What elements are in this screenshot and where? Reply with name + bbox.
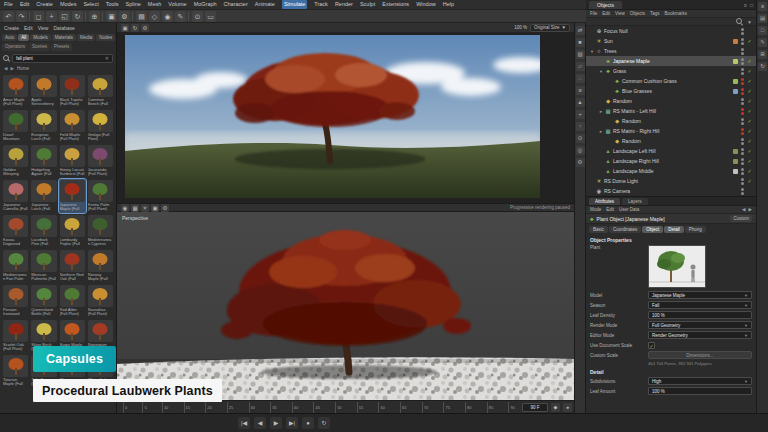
object-manager-menu-item[interactable]: Objects: [630, 11, 645, 16]
object-tree-row[interactable]: ► ▦ RS Matrix - Right Hill ✓: [586, 126, 756, 136]
polygon-mode-icon[interactable]: ▲: [576, 98, 585, 107]
asset-item[interactable]: Sassafras (Fall Plant): [87, 284, 114, 318]
enabled-check-icon[interactable]: ✓: [746, 148, 753, 154]
solo-mode-icon[interactable]: ◎: [576, 146, 585, 155]
editor-visibility-dot[interactable]: [741, 38, 744, 41]
asset-item[interactable]: Kousa Dogwood (Fall Plant): [2, 214, 29, 248]
menu-item[interactable]: Help: [443, 0, 454, 9]
editor-visibility-dot[interactable]: [741, 108, 744, 111]
render-visibility-dot[interactable]: [741, 122, 744, 125]
separator[interactable]: [85, 12, 87, 21]
object-tree-row[interactable]: ◆ Random ✓: [586, 116, 756, 126]
enabled-check-icon[interactable]: ✓: [746, 78, 753, 84]
asset-filter-tab[interactable]: Materials: [52, 34, 76, 41]
breadcrumb[interactable]: Home: [17, 66, 29, 71]
model-dropdown[interactable]: Japanese Maple ▼: [648, 291, 752, 299]
render-visibility-dot[interactable]: [741, 182, 744, 185]
visibility-dots[interactable]: [741, 48, 744, 55]
menu-item[interactable]: Edit: [20, 0, 29, 9]
asset-item[interactable]: Red Alder (Fall Plant): [59, 284, 86, 318]
clear-search-icon[interactable]: ✕: [105, 55, 109, 61]
generators-icon[interactable]: ▤: [136, 11, 147, 22]
normal-move-icon[interactable]: ↑: [576, 122, 585, 131]
asset-search-input[interactable]: fall plant ✕: [12, 54, 113, 63]
menu-item[interactable]: Sculpt: [360, 0, 375, 9]
enabled-check-icon[interactable]: ✓: [746, 108, 753, 114]
enabled-check-icon[interactable]: ✓: [746, 158, 753, 164]
rotate-tool-icon[interactable]: ↻: [72, 11, 83, 22]
asset-item[interactable]: Queensland Bottle (Fall Plant): [30, 284, 57, 318]
tag-chip[interactable]: [733, 159, 738, 164]
asset-item[interactable]: Hedgehog Agave (Fall Plant): [30, 144, 57, 178]
tag-chip[interactable]: [733, 179, 738, 184]
editor-visibility-dot[interactable]: [741, 48, 744, 51]
editor-visibility-dot[interactable]: [741, 88, 744, 91]
tag-chip[interactable]: [733, 59, 738, 64]
editor-visibility-dot[interactable]: [741, 58, 744, 61]
object-tree-row[interactable]: ♣ Japanese Maple ✓: [586, 56, 756, 66]
enabled-check-icon[interactable]: ✓: [746, 58, 753, 64]
render-visibility-dot[interactable]: [741, 162, 744, 165]
object-tree-row[interactable]: ▲ Landscape Middle ✓: [586, 166, 756, 176]
asset-item[interactable]: Norway Maple (Fall Plant): [87, 249, 114, 283]
enabled-check-icon[interactable]: ✓: [746, 128, 753, 134]
visibility-dots[interactable]: [741, 88, 744, 95]
tag-chip[interactable]: [733, 29, 738, 34]
tag-chip[interactable]: [733, 119, 738, 124]
goto-start-icon[interactable]: |◀: [238, 417, 250, 429]
visibility-dots[interactable]: [741, 118, 744, 125]
edge-mode-icon[interactable]: ≡: [576, 86, 585, 95]
render-view[interactable]: [117, 33, 574, 203]
tab-objects[interactable]: Objects: [589, 1, 622, 9]
menu-item[interactable]: Select: [83, 0, 98, 9]
asset-item[interactable]: Japanese Maple (Fall Plant): [59, 179, 86, 213]
perspective-viewport[interactable]: Perspective: [117, 212, 574, 400]
render-region-icon[interactable]: ▣: [121, 24, 129, 32]
asset-item[interactable]: Scarlet Oak (Fall Plant): [2, 319, 29, 353]
editor-visibility-dot[interactable]: [741, 168, 744, 171]
attribute-tab-button[interactable]: Basic: [589, 226, 608, 233]
asset-item[interactable]: European Larch (Fall Plant): [30, 109, 57, 143]
object-tree-row[interactable]: ☀ Sun ✓: [586, 36, 756, 46]
subdivisions-dropdown[interactable]: High ▼: [648, 377, 752, 385]
visibility-dots[interactable]: [741, 28, 744, 35]
asset-item[interactable]: Lombardy Poplar (Fall Plant): [59, 214, 86, 248]
render-settings-icon[interactable]: ⚙: [119, 11, 130, 22]
tag-chip[interactable]: [733, 69, 738, 74]
tag-chip[interactable]: [733, 109, 738, 114]
loop-icon[interactable]: ↻: [318, 417, 330, 429]
object-manager-menu-item[interactable]: File: [590, 11, 597, 16]
asset-item[interactable]: Lacebark Pine (Fall Plant): [30, 214, 57, 248]
editor-visibility-dot[interactable]: [741, 148, 744, 151]
visibility-dots[interactable]: [741, 38, 744, 45]
menu-item[interactable]: MoGraph: [194, 0, 217, 9]
render-visibility-dot[interactable]: [741, 192, 744, 195]
asset-item[interactable]: Apple Serviceberry (Fall Plant): [30, 74, 57, 108]
object-name[interactable]: Japanese Maple: [612, 58, 733, 64]
render-settings-icon[interactable]: ⚙: [141, 24, 149, 32]
separator[interactable]: [29, 12, 31, 21]
attribute-menu-item[interactable]: User Data: [619, 207, 639, 212]
render-visibility-dot[interactable]: [741, 172, 744, 175]
timeline-ruler[interactable]: 051015202530354045505560657075808590: [119, 402, 519, 413]
visibility-dots[interactable]: [741, 68, 744, 75]
asset-item[interactable]: Tatarian Maple (Fall Plant): [2, 354, 29, 388]
render-visibility-dot[interactable]: [741, 62, 744, 65]
menu-item[interactable]: Extensions: [382, 0, 409, 9]
visibility-dots[interactable]: [741, 58, 744, 65]
enabled-check-icon[interactable]: ✓: [746, 38, 753, 44]
attribute-tab-button[interactable]: Object: [642, 226, 663, 233]
asset-item[interactable]: Mediterranean Cypress (Fall Plant): [87, 214, 114, 248]
asset-item[interactable]: Mexican Palmetto (Fall Plant): [30, 249, 57, 283]
enabled-check-icon[interactable]: ✓: [746, 88, 753, 94]
render-visibility-dot[interactable]: [741, 152, 744, 155]
asset-filter-tab[interactable]: Models: [30, 34, 51, 41]
lighting-icon[interactable]: ☀: [141, 204, 149, 212]
object-name[interactable]: Focus Null: [603, 28, 733, 34]
refresh-render-icon[interactable]: ↻: [131, 24, 139, 32]
visibility-dots[interactable]: [741, 138, 744, 145]
enabled-check-icon[interactable]: ✓: [746, 68, 753, 74]
render-visibility-dot[interactable]: [741, 32, 744, 35]
attribute-menu-item[interactable]: Edit: [606, 207, 614, 212]
object-tree-row[interactable]: ♣ Blue Grasses ✓: [586, 86, 756, 96]
